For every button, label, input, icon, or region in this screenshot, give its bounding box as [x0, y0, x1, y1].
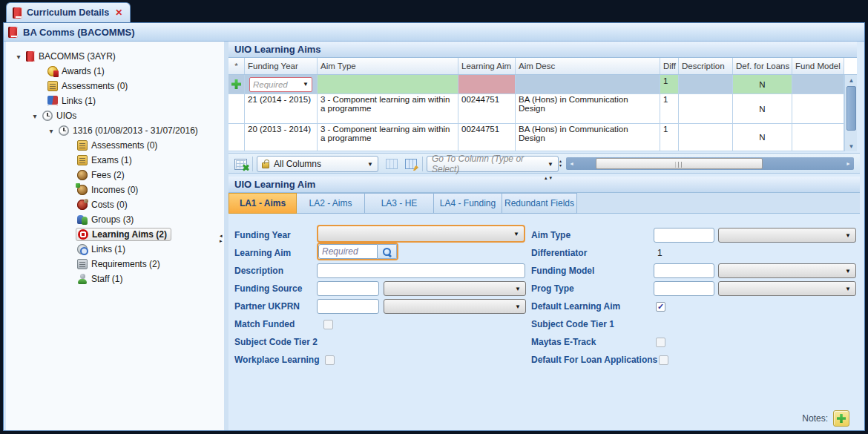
tree-item-incomes[interactable]: Incomes (0) [6, 183, 226, 197]
tree-item-uio-links[interactable]: Links (1) [6, 242, 226, 257]
mini-up-icon[interactable]: ▴ [545, 175, 548, 181]
scroll-up-icon[interactable]: ▲ [845, 75, 858, 85]
mini-down-icon[interactable]: ▾ [549, 175, 552, 181]
cell-description[interactable] [679, 94, 733, 124]
cell-aim-desc[interactable]: BA (Hons) in Communication Design [516, 94, 660, 124]
column-header-funding-year[interactable]: Funding Year [245, 58, 318, 74]
funding-year-required-combo[interactable]: Required ▼ [249, 77, 312, 92]
tree-item-awards[interactable]: Awards (1) [6, 64, 226, 79]
aim-type-input[interactable] [654, 228, 714, 243]
match-funded-checkbox[interactable] [323, 320, 333, 329]
new-row-cell-aim-desc[interactable] [516, 75, 660, 94]
new-row-cell-fund-model[interactable] [792, 75, 844, 94]
column-header-aim-type[interactable]: Aim Type [318, 58, 458, 74]
tab-la3-he[interactable]: LA3 - HE [365, 193, 434, 214]
cell-def-for-loans[interactable]: N [733, 94, 792, 124]
tree-item-staff[interactable]: Staff (1) [6, 272, 226, 286]
cell-learning-aim[interactable]: 00244751 [458, 94, 516, 124]
tree-item-costs[interactable]: Costs (0) [6, 197, 226, 212]
funding-source-dropdown[interactable]: ▼ [384, 281, 526, 296]
scroll-down-icon[interactable]: ▼ [845, 141, 858, 151]
tab-curriculum-details[interactable]: Curriculum Details ✕ [6, 2, 131, 22]
grid-horizontal-scrollbar[interactable]: ◄ ► [566, 157, 854, 170]
section-splitter-arrows[interactable]: ▴ ▾ [545, 175, 552, 181]
collapse-right-icon[interactable]: ▸ [220, 238, 223, 243]
column-header-def-for-loans[interactable]: Def. for Loans [733, 58, 792, 74]
description-input[interactable] [317, 263, 525, 278]
cell-fund-model[interactable] [792, 124, 844, 151]
edit-columns-button[interactable] [402, 156, 420, 172]
tab-redundant-fields[interactable]: Redundant Fields [502, 193, 577, 214]
splitter-collapse-arrows[interactable]: ◂ ▸ [220, 233, 223, 243]
scrollbar-thumb[interactable] [596, 158, 763, 169]
tree-item-links[interactable]: Links (1) [6, 93, 226, 108]
cell-funding-year[interactable]: 20 (2013 - 2014) [245, 124, 318, 151]
default-for-loan-applications-checkbox[interactable] [659, 355, 668, 365]
cell-diff[interactable]: 1 [660, 124, 679, 151]
tree-item-exams[interactable]: Exams (1) [6, 153, 226, 168]
cell-learning-aim[interactable]: 00244751 [458, 124, 516, 151]
prog-type-input[interactable] [654, 281, 714, 296]
column-header-description[interactable]: Description [679, 58, 733, 74]
new-row-cell-star[interactable] [228, 75, 245, 94]
expander-icon[interactable]: ▾ [47, 127, 55, 135]
cell-def-for-loans[interactable]: N [733, 124, 792, 151]
default-learning-aim-checkbox[interactable]: ✓ [656, 302, 665, 312]
export-to-excel-button[interactable] [231, 156, 249, 172]
cell-aim-desc[interactable]: BA (Hons) in Communication Design [516, 124, 660, 151]
new-row-funding-year-combo-cell[interactable]: Required ▼ [245, 75, 318, 94]
expander-icon[interactable]: ▾ [15, 53, 22, 61]
new-row-cell-description[interactable] [679, 75, 733, 94]
tree-item-bacomms[interactable]: ▾ BACOMMS (3AYR) [6, 49, 226, 64]
expander-icon[interactable]: ▾ [31, 112, 39, 120]
learning-aim-search-button[interactable] [378, 244, 397, 259]
tree-item-uios[interactable]: ▾ UIOs [6, 108, 226, 123]
tab-la4-funding[interactable]: LA4 - Funding [434, 193, 502, 214]
new-row-cell-diff[interactable]: 1 [660, 75, 679, 94]
tree-item-uio-assessments[interactable]: Assessments (0) [6, 138, 226, 153]
grid-row-2[interactable]: 20 (2013 - 2014) 3 - Component learning … [228, 124, 844, 151]
partner-ukprn-input[interactable] [317, 299, 379, 314]
tree-item-requirements[interactable]: Requirements (2) [6, 257, 226, 272]
tree-item-fees[interactable]: Fees (2) [6, 168, 226, 183]
cell-description[interactable] [679, 124, 733, 151]
funding-year-dropdown[interactable]: ▼ [317, 225, 525, 243]
column-header-fund-model[interactable]: Fund Model [792, 58, 844, 74]
scroll-left-icon[interactable]: ◄ [566, 157, 577, 170]
maytas-etrack-checkbox[interactable] [656, 338, 665, 347]
prog-type-dropdown[interactable]: ▼ [718, 281, 856, 296]
cell-aim-type[interactable]: 3 - Component learning aim within a prog… [318, 124, 458, 151]
tab-la2-aims[interactable]: LA2 - Aims [297, 193, 365, 214]
column-chooser-button[interactable] [383, 156, 401, 172]
new-row-cell-learning-aim[interactable] [458, 75, 516, 94]
scroll-right-icon[interactable]: ► [843, 157, 854, 170]
cell-fund-model[interactable] [792, 94, 844, 124]
cell-diff[interactable]: 1 [660, 94, 679, 124]
learning-aim-input[interactable] [318, 244, 378, 259]
cell-aim-type[interactable]: 3 - Component learning aim within a prog… [318, 94, 458, 124]
column-header-learning-aim[interactable]: Learning Aim [458, 58, 516, 74]
funding-model-input[interactable] [654, 263, 714, 278]
new-row-cell-def-for-loans[interactable]: N [733, 75, 792, 94]
workplace-learning-checkbox[interactable] [325, 355, 335, 365]
mini-down-icon[interactable]: ▾ [559, 163, 562, 168]
tree-item-1316[interactable]: ▾ 1316 (01/08/2013 - 31/07/2016) [6, 123, 226, 138]
all-columns-dropdown[interactable]: All Columns ▼ [257, 156, 378, 172]
tree-item-learning-aims[interactable]: Learning Aims (2) [6, 227, 226, 242]
new-row-cell-aim-type[interactable] [318, 75, 458, 94]
partner-ukprn-dropdown[interactable]: ▼ [384, 299, 526, 314]
add-note-button[interactable] [833, 410, 849, 427]
grid-new-row[interactable]: Required ▼ 1 N [228, 75, 844, 94]
tree-item-assessments[interactable]: Assessments (0) [6, 79, 226, 93]
cell-funding-year[interactable]: 21 (2014 - 2015) [245, 94, 318, 124]
grid-vertical-scrollbar[interactable]: ▲ ▼ [844, 75, 857, 151]
tree-item-groups[interactable]: Groups (3) [6, 212, 226, 227]
column-header-star[interactable]: * [228, 58, 245, 74]
funding-source-input[interactable] [317, 281, 379, 296]
collapse-left-icon[interactable]: ◂ [220, 233, 223, 238]
column-header-aim-desc[interactable]: Aim Desc [516, 58, 660, 74]
scrollbar-thumb[interactable] [846, 86, 856, 131]
tab-la1-aims[interactable]: LA1 - Aims [228, 193, 297, 214]
grid-row-1[interactable]: 21 (2014 - 2015) 3 - Component learning … [228, 94, 844, 124]
toolbar-splitter-arrows[interactable]: ▴ ▾ [559, 159, 562, 168]
